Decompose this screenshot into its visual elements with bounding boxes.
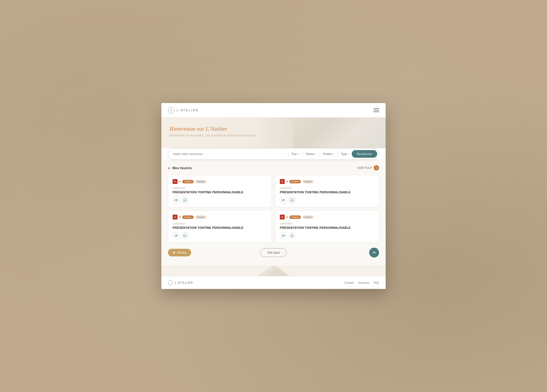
chevron-down-icon: ▾ (333, 153, 334, 155)
dropdown-tout-label: Tout (292, 153, 297, 156)
card-title: PRÉSENTATION TONTINE PERSONNALISABLE (280, 191, 374, 194)
search-divider (337, 151, 337, 156)
search-button[interactable]: Rechercher (352, 150, 377, 158)
menu-button[interactable] (374, 108, 379, 112)
footer-logo-text: L'ATELIER (175, 281, 193, 284)
dropdown-tout[interactable]: Tout ▾ (289, 151, 302, 157)
card-date: 12/05/2020 (173, 222, 267, 225)
search-divider (288, 151, 288, 156)
hamburger-line (374, 112, 379, 112)
footer-link-annuaire[interactable]: Annuaire (358, 281, 369, 284)
footer-logo: L'ATELIER (168, 280, 193, 285)
view-button[interactable] (173, 197, 180, 204)
search-input[interactable] (173, 152, 287, 156)
section-header: ◆ Mes favoris VOIR TOUT + (168, 165, 379, 171)
pdf-icon: P (280, 179, 285, 184)
section-title: ◆ Mes favoris (168, 166, 192, 170)
save-button[interactable] (181, 197, 188, 204)
footer-links: Contact Annuaire FAQ (344, 281, 379, 284)
voir-tout-circle-icon: + (374, 165, 379, 171)
search-bar-wrapper: Tout ▾ Thème ▾ Produit ▾ Type ▾ Recherch… (161, 148, 386, 160)
hero-section: Bienvenue sur L'Atelier Rechercher un do… (161, 118, 386, 153)
pdf-icon: P (173, 215, 178, 220)
card-top: P Tontine Presse (173, 179, 267, 184)
card-top: P Tontine Presse (280, 179, 374, 184)
voir-plus-button[interactable]: Voir plus (260, 248, 287, 257)
hero-content: Bienvenue sur L'Atelier Rechercher un do… (161, 118, 386, 142)
view-button[interactable] (280, 232, 287, 239)
search-bar: Tout ▾ Thème ▾ Produit ▾ Type ▾ Recherch… (168, 148, 379, 160)
tag-presse: Presse (302, 215, 314, 219)
hero-title: Bienvenue sur L'Atelier (170, 125, 377, 132)
tag-presse: Presse (195, 180, 206, 183)
card-2: P Tontine Presse 12/06/2020 PRÉSENTATION… (275, 175, 379, 207)
card-date: 12/06/2020 (280, 187, 374, 189)
browser-window: L'ATELIER Bienvenue sur L'Atelier Recher… (161, 103, 386, 289)
view-button[interactable] (280, 197, 287, 204)
header: L'ATELIER (161, 103, 386, 118)
tag-tontine: Tontine (289, 180, 301, 183)
dropdown-produit[interactable]: Produit ▾ (321, 151, 337, 157)
scroll-top-button[interactable] (369, 248, 379, 258)
logo-text: L'ATELIER (177, 109, 199, 112)
dropdown-type[interactable]: Type ▾ (338, 151, 352, 157)
footer: L'ATELIER Contact Annuaire FAQ (161, 276, 386, 289)
search-divider (302, 151, 302, 156)
svg-point-8 (283, 235, 284, 236)
hero-subtitle: Rechercher un document, une actualité ou… (170, 134, 377, 137)
tag-tontine: Tontine (182, 180, 194, 183)
dropdown-type-label: Type (341, 153, 347, 156)
save-button[interactable] (289, 232, 296, 239)
tag-tontine: Tontine (182, 215, 194, 219)
chevron-down-icon: ▾ (298, 153, 299, 155)
chevron-down-icon: ▾ (315, 153, 316, 155)
card-3: P Tontine Presse 12/05/2020 PRÉSENTATION… (168, 210, 272, 243)
card-top: P Tontine Presse (280, 215, 374, 220)
tag-tontine: Tontine (289, 215, 301, 219)
offline-button[interactable]: Off-line (168, 249, 191, 256)
card-title: PRÉSENTATION TONTINE PERSONNALISABLE (173, 191, 267, 194)
footer-link-contact[interactable]: Contact (344, 281, 354, 284)
chevron-down-icon: ▾ (348, 153, 349, 155)
card-4: P Tontine Presse 12/05/2020 PRÉSENTATION… (275, 210, 379, 243)
diamond-icon: ◆ (168, 166, 170, 169)
search-divider (320, 151, 320, 156)
offline-label: Off-line (177, 251, 187, 254)
card-1: P Tontine Presse 12/06/2020 PRÉSENTATION… (168, 175, 272, 207)
card-actions (173, 232, 267, 239)
hamburger-line (374, 108, 379, 109)
card-title: PRÉSENTATION TONTINE PERSONNALISABLE (173, 226, 267, 229)
dropdown-theme[interactable]: Thème ▾ (303, 151, 319, 157)
footer-logo-circle-icon (168, 280, 173, 285)
pdf-icon: P (173, 179, 178, 184)
svg-point-2 (176, 200, 177, 201)
section-title-text: Mes favoris (172, 166, 192, 170)
cards-grid: P Tontine Presse 12/06/2020 PRÉSENTATION… (168, 175, 379, 243)
tag-presse: Presse (195, 215, 206, 219)
save-button[interactable] (181, 232, 188, 239)
save-button[interactable] (289, 197, 296, 204)
svg-point-6 (176, 235, 177, 236)
main-content: ◆ Mes favoris VOIR TOUT + P Tontine Pres… (161, 160, 386, 265)
svg-point-4 (283, 200, 284, 201)
card-dot (286, 181, 288, 182)
bottom-actions: Off-line Voir plus (168, 248, 379, 257)
tag-presse: Presse (302, 180, 314, 183)
footer-link-faq[interactable]: FAQ (374, 281, 379, 284)
card-dot (286, 217, 288, 218)
hamburger-line (374, 110, 379, 110)
card-dot (179, 217, 181, 218)
dropdown-theme-label: Thème (306, 153, 314, 156)
card-dot (179, 181, 181, 182)
dropdown-produit-label: Produit (323, 153, 332, 156)
logo-area: L'ATELIER (168, 107, 199, 113)
voir-tout-link[interactable]: VOIR TOUT + (357, 165, 379, 171)
pdf-icon: P (280, 215, 285, 220)
view-button[interactable] (173, 232, 180, 239)
card-date: 12/05/2020 (280, 222, 374, 225)
logo-circle-icon (168, 107, 174, 113)
card-title: PRÉSENTATION TONTINE PERSONNALISABLE (280, 226, 374, 229)
footer-decoration (161, 265, 386, 276)
card-actions (280, 232, 374, 239)
card-actions (173, 197, 267, 204)
